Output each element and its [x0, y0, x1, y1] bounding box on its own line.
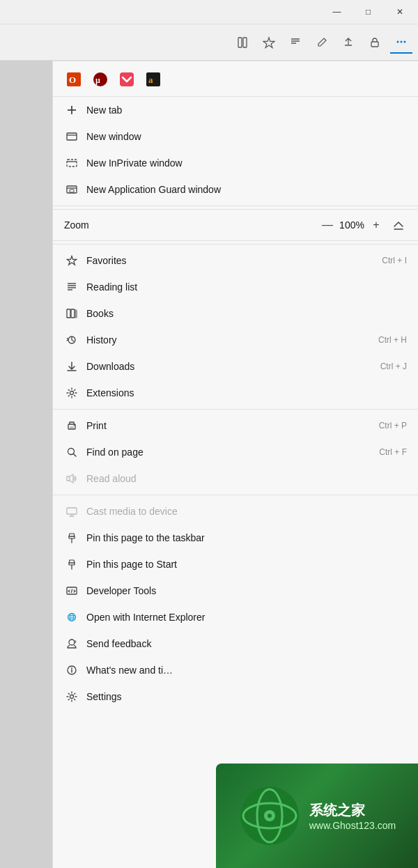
minimize-button[interactable]: —: [321, 0, 353, 24]
read-aloud-icon: [64, 473, 79, 484]
close-button[interactable]: ✕: [384, 0, 415, 24]
inprivate-icon: [64, 157, 79, 169]
menu-item-feedback[interactable]: Send feedback: [53, 630, 418, 657]
menu-item-books[interactable]: Books: [53, 300, 418, 327]
svg-rect-44: [69, 563, 75, 565]
svg-rect-31: [75, 310, 77, 318]
zoom-expand-button[interactable]: [390, 217, 407, 233]
menu-item-new-tab[interactable]: New tab: [53, 97, 418, 123]
book-icon[interactable]: [231, 31, 254, 54]
menu-item-history[interactable]: History Ctrl + H: [53, 327, 418, 353]
svg-point-7: [401, 40, 403, 42]
divider-4: [53, 495, 418, 495]
menu-item-dev-tools[interactable]: Developer Tools: [53, 578, 418, 604]
svg-rect-24: [70, 189, 74, 192]
inprivate-label: New InPrivate window: [86, 157, 407, 169]
menu-item-app-guard[interactable]: New Application Guard window: [53, 176, 418, 203]
watermark: 系统之家 www.Ghost123.com: [216, 764, 418, 868]
maximize-button[interactable]: □: [353, 0, 384, 24]
zoom-plus-button[interactable]: +: [366, 215, 386, 235]
office-extension-icon[interactable]: O: [64, 70, 84, 89]
svg-rect-0: [238, 38, 242, 47]
ublock-extension-icon[interactable]: μ: [91, 70, 110, 89]
svg-point-50: [69, 640, 75, 645]
menu-item-whats-new[interactable]: What's new and ti…: [53, 657, 418, 683]
menu-item-inprivate[interactable]: New InPrivate window: [53, 150, 418, 176]
svg-point-8: [404, 40, 406, 42]
pen-icon[interactable]: [311, 31, 333, 54]
read-aloud-label: Read aloud: [86, 473, 407, 484]
favorites-label: Favorites: [86, 255, 382, 266]
svg-line-38: [74, 454, 77, 457]
divider-3: [53, 409, 418, 410]
svg-rect-18: [67, 133, 77, 140]
svg-point-33: [70, 392, 74, 395]
reading-list-icon[interactable]: [284, 31, 307, 54]
title-bar: — □ ✕: [0, 0, 418, 24]
menu-item-cast: Cast media to device: [53, 498, 418, 525]
cast-icon: [64, 506, 79, 517]
svg-rect-30: [71, 309, 75, 318]
svg-text:μ: μ: [95, 75, 100, 85]
svg-rect-42: [69, 536, 75, 538]
dev-tools-icon: [64, 585, 79, 596]
svg-rect-5: [371, 42, 378, 47]
pin-start-icon: [64, 559, 79, 570]
svg-point-53: [71, 667, 72, 669]
settings-label: Settings: [86, 691, 407, 702]
svg-rect-29: [67, 309, 70, 318]
downloads-label: Downloads: [86, 361, 380, 372]
divider-2: [53, 244, 418, 245]
feedback-icon: [64, 638, 79, 649]
new-tab-label: New tab: [86, 104, 407, 116]
svg-rect-40: [67, 508, 77, 514]
zoom-row: Zoom — 100% +: [53, 209, 418, 241]
amazon-extension-icon[interactable]: a: [144, 70, 163, 89]
pin-taskbar-icon: [64, 532, 79, 543]
menu-item-pin-taskbar[interactable]: Pin this page to the taskbar: [53, 525, 418, 551]
pocket-extension-icon[interactable]: [117, 70, 137, 89]
menu-item-new-window[interactable]: New window: [53, 123, 418, 150]
new-window-label: New window: [86, 131, 407, 142]
share-icon[interactable]: [337, 31, 359, 54]
pin-taskbar-label: Pin this page to the taskbar: [86, 532, 407, 543]
menu-panel: O μ a: [52, 61, 418, 868]
reading-list-menu-icon: [64, 281, 79, 293]
print-label: Print: [86, 420, 379, 431]
ie-icon: [64, 612, 79, 623]
svg-point-54: [70, 695, 74, 699]
print-shortcut: Ctrl + P: [379, 421, 407, 431]
svg-rect-13: [120, 72, 134, 86]
zoom-value: 100%: [337, 219, 366, 231]
menu-item-settings[interactable]: Settings: [53, 683, 418, 710]
more-icon[interactable]: [390, 31, 412, 54]
extensions-label: Extensions: [86, 387, 407, 398]
svg-text:O: O: [69, 75, 76, 85]
whats-new-icon: [64, 665, 79, 676]
menu-item-downloads[interactable]: Downloads Ctrl + J: [53, 353, 418, 380]
print-icon: [64, 420, 79, 431]
books-label: Books: [86, 308, 407, 319]
svg-rect-35: [70, 426, 74, 428]
find-icon: [64, 447, 79, 458]
menu-item-favorites[interactable]: Favorites Ctrl + I: [53, 247, 418, 274]
svg-rect-20: [67, 160, 77, 166]
menu-item-pin-start[interactable]: Pin this page to Start: [53, 551, 418, 578]
zoom-minus-button[interactable]: —: [318, 215, 337, 235]
find-shortcut: Ctrl + F: [379, 447, 407, 457]
lock-icon[interactable]: [364, 31, 386, 54]
history-label: History: [86, 334, 378, 346]
menu-item-find[interactable]: Find on page Ctrl + F: [53, 439, 418, 465]
menu-item-open-ie[interactable]: Open with Internet Explorer: [53, 604, 418, 630]
downloads-icon: [64, 361, 79, 372]
menu-item-print[interactable]: Print Ctrl + P: [53, 412, 418, 439]
find-label: Find on page: [86, 447, 379, 458]
pin-start-label: Pin this page to Start: [86, 559, 407, 570]
watermark-logo: [238, 784, 301, 847]
history-icon: [64, 334, 79, 346]
menu-item-extensions[interactable]: Extensions: [53, 380, 418, 406]
extensions-icon: [64, 387, 79, 398]
menu-item-reading-list[interactable]: Reading list: [53, 274, 418, 300]
favorites-icon[interactable]: [258, 31, 280, 54]
dev-tools-label: Developer Tools: [86, 585, 407, 596]
